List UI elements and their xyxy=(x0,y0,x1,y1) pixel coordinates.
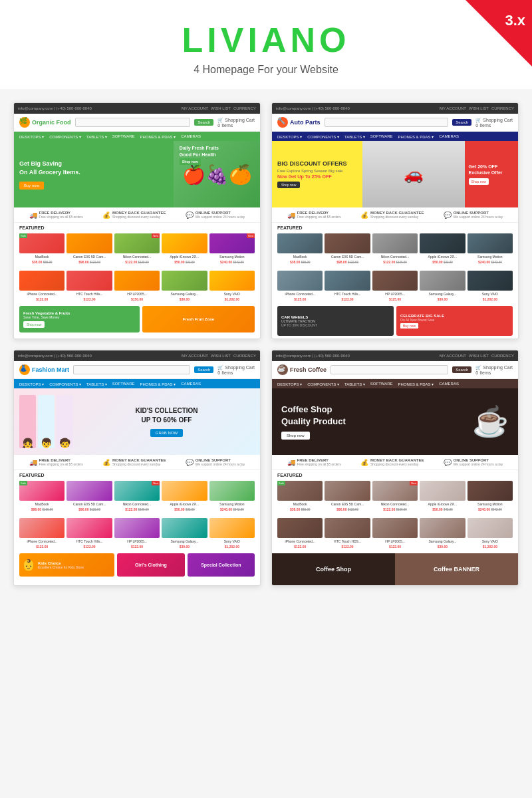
demo1-p6-price: $122.00 xyxy=(36,297,48,301)
demo2-nav-desktops[interactable]: DESKTOPS ▾ xyxy=(277,134,302,139)
demo3-navbar: DESKTOPS ▾ COMPONENTS ▾ TABLETS ▾ SOFTWA… xyxy=(14,379,260,388)
demo3-topbar-wishlist: WISH LIST xyxy=(211,354,231,358)
demo4-hero-text: Coffee ShopQuality Product Shop now xyxy=(281,404,346,440)
demo3-topbar: info@company.com | (+40) 560-000-0040 MY… xyxy=(14,350,260,361)
demo1-nav-components[interactable]: COMPONENTS ▾ xyxy=(49,134,81,139)
demo2-product-8: HP LP2065... $125.00 xyxy=(372,271,418,301)
demo1-hero-btn[interactable]: Buy now xyxy=(19,182,44,190)
demo4-topbar-account: MY ACCOUNT xyxy=(440,354,466,358)
demo2-p9-img xyxy=(420,271,465,291)
demo3-products-row1: Sale MacBook $99.00 $160.00 Canon E0S 5D… xyxy=(14,479,260,513)
demo3-logo: 👗 Fashion Mart xyxy=(19,364,69,375)
demo1-nav-cameras[interactable]: CAMERAS xyxy=(181,134,201,138)
demo3-p4-price: $50.00 $32.00 xyxy=(174,507,194,511)
demo2-p5-price: $240.00 $342.00 xyxy=(478,260,502,264)
demo1-p10-price: $1,202.00 xyxy=(225,297,239,301)
demo4-nav-desktops[interactable]: DESKTOPS ▾ xyxy=(277,382,302,386)
demo2-nav-phones[interactable]: PHONES & PDAS ▾ xyxy=(398,134,434,139)
demo1-p5-name: Samsung Motion xyxy=(219,255,245,259)
demo1-delivery-text: FREE DELIVERYFree shipping on all $5 ord… xyxy=(39,211,83,219)
demo2-banners: CAR WHEELS ULTIMATE TRACTION UP TO 30% D… xyxy=(277,306,513,336)
page-title: LIVIANO xyxy=(13,20,519,60)
demo2-cart: 🛒 Shopping Cart0 Items xyxy=(475,118,513,128)
demo4-delivery-icon: 🚚 xyxy=(287,459,295,466)
demo1-topbar: info@company.com | (+40) 560-000-0040 MY… xyxy=(14,103,260,114)
demo4-nav-cameras[interactable]: CAMERAS xyxy=(439,382,459,386)
version-text: 3.x xyxy=(505,12,525,29)
demo4-p6-name: iPhone Connceted... xyxy=(285,539,315,543)
demo4-p1-name: MacBook xyxy=(293,502,307,506)
demo1-p8-price: $150.00 xyxy=(131,297,143,301)
demo3-features: 🚚 FREE DELIVERYFree shipping on all $5 o… xyxy=(14,455,260,470)
demo3-topbar-right: MY ACCOUNT WISH LIST CURRENCY xyxy=(182,354,256,358)
demo2-nav-components[interactable]: COMPONENTS ▾ xyxy=(307,134,339,139)
demo4-hero-btn[interactable]: Shop now xyxy=(281,432,310,440)
demo3-hero-btn[interactable]: GRAB NOW xyxy=(150,429,183,437)
demo4-support-text: ONLINE SUPPORTWe support online 24 hours… xyxy=(454,458,503,466)
demo3-p3-new: New xyxy=(152,481,160,485)
demo2-nav-tablets[interactable]: TABLETS ▾ xyxy=(344,134,365,139)
demo1-search[interactable] xyxy=(75,118,191,127)
demo1-feature-support: 💬 ONLINE SUPPORTWe support online 24 hou… xyxy=(186,211,245,219)
demo3-nav-desktops[interactable]: DESKTOPS ▾ xyxy=(19,382,44,386)
demo4-nav-software[interactable]: SOFTWARE xyxy=(370,382,393,386)
demo1-nav-tablets[interactable]: TABLETS ▾ xyxy=(86,134,107,139)
demo3-delivery-text: FREE DELIVERYFree shipping on all $5 ord… xyxy=(39,458,83,466)
demo4-topbar-wishlist: WISH LIST xyxy=(469,354,489,358)
demo4-p10-img xyxy=(467,518,513,538)
demo4-search-btn[interactable]: Search xyxy=(452,366,471,373)
demo1-delivery-icon: 🚚 xyxy=(29,211,37,219)
demo2-banner-sale-btn[interactable]: Buy now xyxy=(400,323,418,329)
demo4-p10-name: Sony VAIO xyxy=(482,539,498,543)
demo1-banner1-btn[interactable]: Shop now xyxy=(23,321,45,328)
demo2-search-btn[interactable]: Search xyxy=(452,119,471,126)
demo4-banner-coffee: Coffee BANNER xyxy=(395,553,518,585)
demo2-hero-btn[interactable]: Shop now xyxy=(277,182,300,188)
demo3-nav-phones[interactable]: PHONES & PDAS ▾ xyxy=(140,382,176,386)
demo4-search[interactable] xyxy=(331,365,448,374)
demo3-p1-price: $99.00 $160.00 xyxy=(31,507,53,511)
demo4-topbar-right: MY ACCOUNT WISH LIST CURRENCY xyxy=(440,354,514,358)
demo1-money-text: MONEY BACK GUARANTEEShopping discount ev… xyxy=(112,211,166,219)
demo3-topbar-url: info@company.com | (+40) 560-000-0040 xyxy=(18,354,92,358)
demo1-p1-sale: Sale xyxy=(19,233,27,238)
demo4-product-3: New Nikon Connceted... $122.00 $130.00 xyxy=(372,481,418,511)
demo4-p7-img xyxy=(325,518,370,538)
demo1-search-btn[interactable]: Search xyxy=(194,119,213,126)
demo3-search[interactable] xyxy=(73,365,190,374)
demo3-nav-cameras[interactable]: CAMERAS xyxy=(181,382,201,386)
demo4-nav-tablets[interactable]: TABLETS ▾ xyxy=(344,382,365,386)
demo3-p4-name: Apple iGroove 29'... xyxy=(170,502,200,506)
demo2-hero-right-btn[interactable]: Shop now xyxy=(469,178,489,185)
demo4-featured-label: FEATURED xyxy=(272,470,518,479)
demo2-hero: BIG DISCOUNT OFFERS Free Explore Spring … xyxy=(272,141,518,207)
demo3-p9-price: $30.00 xyxy=(180,545,190,549)
demo2-p2-price: $98.00 $122.00 xyxy=(336,260,358,264)
demo3-nav-software[interactable]: SOFTWARE xyxy=(112,382,135,386)
demo1-p4-name: Apple iGroove 29'... xyxy=(170,255,200,259)
demo4-p6-price: $122.00 xyxy=(294,545,306,549)
demo1-nav-phones[interactable]: PHONES & PDAS ▾ xyxy=(140,134,176,139)
demo1-product-10: Sony VAIO $1,202.00 xyxy=(209,271,255,301)
demo4-product-9: Samsung Galaxy... $30.00 xyxy=(420,518,465,549)
demo2-nav-cameras[interactable]: CAMERAS xyxy=(439,134,459,138)
demo4-nav-components[interactable]: COMPONENTS ▾ xyxy=(307,382,339,386)
demo2-p2-name: Canon E0S 5D Cam... xyxy=(331,255,364,259)
demo4-nav-phones[interactable]: PHONES & PDAS ▾ xyxy=(398,382,434,386)
demo1-logo-icon: 🌿 xyxy=(19,117,30,128)
demo3-featured-label: FEATURED xyxy=(14,470,260,479)
demo2-nav-software[interactable]: SOFTWARE xyxy=(370,134,393,138)
demo1-nav-software[interactable]: SOFTWARE xyxy=(112,134,135,138)
demo3-p5-name: Samsung Motion xyxy=(219,502,245,506)
demo4-p8-price: $122.00 xyxy=(389,545,401,549)
demo3-search-btn[interactable]: Search xyxy=(194,366,213,373)
demo1-product-2: Canon E0S 5D Cam... $96.00 $122.00 xyxy=(66,233,112,264)
demo3-money-text: MONEY BACK GUARANTEEShopping discount ev… xyxy=(112,458,166,466)
demo-fashion: info@company.com | (+40) 560-000-0040 MY… xyxy=(13,350,261,586)
demo1-product-2-imgwrap xyxy=(66,233,112,253)
demo3-nav-components[interactable]: COMPONENTS ▾ xyxy=(49,382,81,386)
demo3-nav-tablets[interactable]: TABLETS ▾ xyxy=(86,382,107,386)
demo1-nav-desktops[interactable]: DESKTOPS ▾ xyxy=(19,134,44,139)
demo1-products-row1: Sale MacBook $38.00 $65.00 Canon E0S 5D … xyxy=(14,231,260,266)
demo2-search[interactable] xyxy=(325,118,449,127)
